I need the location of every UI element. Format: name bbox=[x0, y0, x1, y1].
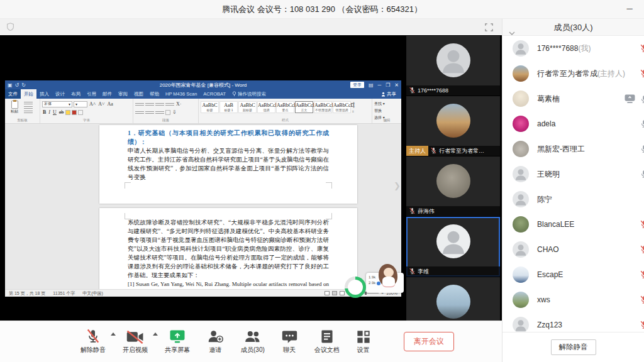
word-document-area[interactable]: 1．研究基础（与本项目相关的研究工作积累和已取得的研究工作成绩）： 申请人长期从… bbox=[5, 124, 396, 289]
mic-icon bbox=[640, 119, 644, 131]
mic-icon bbox=[640, 95, 644, 106]
style-item-7[interactable]: AaBbCcD不明显强调 bbox=[314, 101, 332, 113]
font-size-select[interactable]: ▾ bbox=[74, 101, 87, 107]
save-icon[interactable]: ▣ bbox=[8, 82, 13, 88]
word-tab-11[interactable]: HP M436 Scan bbox=[162, 89, 200, 99]
word-close-icon[interactable]: ✕ bbox=[394, 82, 399, 88]
strikethrough-button[interactable]: ab bbox=[58, 109, 65, 115]
style-item-4[interactable]: AaBbCcD强调 bbox=[257, 101, 275, 113]
style-item-1[interactable]: AaBbC标题 bbox=[201, 101, 219, 113]
screen-sharing-icon bbox=[625, 94, 635, 106]
style-item-2[interactable]: AaB标题 1 bbox=[219, 101, 238, 113]
panel-unmute-button[interactable]: 解除静音 bbox=[551, 339, 596, 355]
word-tab-6[interactable]: 引用 bbox=[84, 89, 99, 99]
word-share-button[interactable]: 共享 bbox=[376, 89, 401, 99]
member-row-2[interactable]: 行者常至为者常成(主持人) bbox=[502, 61, 644, 86]
caret-up-icon[interactable] bbox=[153, 332, 158, 336]
member-row-4[interactable]: adela bbox=[502, 111, 644, 136]
member-name: 葛素楠 bbox=[537, 94, 560, 104]
word-signin-button[interactable]: 登录 bbox=[350, 82, 364, 88]
members-panel-title: 成员(30人) bbox=[553, 23, 592, 32]
underline-button[interactable]: U bbox=[52, 109, 57, 115]
word-restore-icon[interactable]: ❐ bbox=[386, 82, 390, 88]
read-mode-icon[interactable] bbox=[325, 291, 330, 295]
word-tab-8[interactable]: 审阅 bbox=[115, 89, 131, 99]
minimize-icon[interactable]: ─ bbox=[623, 3, 636, 15]
member-row-9[interactable]: CHAO bbox=[502, 237, 644, 262]
grow-font-button[interactable]: A˄ bbox=[89, 101, 96, 107]
status-word-count[interactable]: 11351 个字 bbox=[53, 290, 75, 297]
borders-button[interactable] bbox=[78, 110, 83, 115]
word-tab-5[interactable]: 布局 bbox=[68, 89, 84, 99]
status-page-info[interactable]: 第 15 页，共 18 页 bbox=[9, 290, 45, 297]
highlight-color-button[interactable] bbox=[65, 110, 70, 115]
toolbar-invite-button[interactable]: 邀请 bbox=[207, 329, 224, 354]
chevron-right-icon[interactable]: ❯ bbox=[394, 181, 401, 190]
toolbar-screen-share-button[interactable]: 共享屏幕 bbox=[165, 329, 190, 354]
bold-button[interactable]: B bbox=[42, 109, 47, 115]
shrink-font-button[interactable]: A˅ bbox=[97, 101, 105, 107]
undo-icon[interactable]: ↺ bbox=[15, 82, 19, 88]
member-row-1[interactable]: 176****7688(我) bbox=[502, 36, 644, 61]
paragraph-row-2[interactable]: ⇩ bbox=[135, 108, 196, 116]
avatar bbox=[513, 116, 529, 132]
ribbon-options-icon[interactable]: ▤ bbox=[369, 82, 374, 88]
italic-button[interactable]: I bbox=[48, 109, 51, 115]
ribbon-group-paragraph: X· ⇩ 段落 bbox=[133, 99, 199, 123]
edit-item-2[interactable]: 替换 bbox=[374, 108, 399, 114]
edit-item-1[interactable]: 查找 ▾ bbox=[374, 101, 399, 107]
style-gallery-arrows[interactable]: ▲▼≡ bbox=[351, 100, 357, 113]
style-item-8[interactable]: AaBbCcD明显强调 bbox=[333, 101, 351, 113]
style-item-6[interactable]: AaBbCcD正文 bbox=[295, 101, 313, 113]
tell-me-search[interactable]: 操作说明搜索 bbox=[229, 89, 269, 99]
paste-button[interactable]: 粘贴 bbox=[7, 101, 22, 114]
word-tab-1[interactable]: 文件 bbox=[5, 89, 21, 99]
paragraph-row-1[interactable]: X· bbox=[135, 100, 196, 108]
toolbar-chat-button[interactable]: 聊天 bbox=[282, 329, 297, 354]
video-tile-3[interactable]: 薛海伟 bbox=[406, 156, 500, 216]
toolbar-members-button[interactable]: 成员(30) bbox=[241, 329, 265, 354]
member-row-10[interactable]: EscapE bbox=[502, 262, 644, 287]
toolbar-document-button[interactable]: 会议文档 bbox=[314, 329, 340, 354]
word-tab-9[interactable]: 视图 bbox=[131, 89, 147, 99]
font-color-button[interactable] bbox=[72, 110, 77, 115]
web-layout-icon[interactable] bbox=[340, 291, 345, 295]
member-row-5[interactable]: 黑新宏-西理工 bbox=[502, 136, 644, 162]
document-page-2[interactable]: 系统故障诊断及容错控制技术研究”、“大规模非平稳多元混沌时间序列分析与建模研究”… bbox=[99, 208, 357, 289]
video-tile-4[interactable]: 李维 bbox=[406, 217, 500, 277]
toolbar-cam-muted-button[interactable]: 开启视频 bbox=[123, 329, 148, 354]
leave-meeting-button[interactable]: 离开会议 bbox=[404, 332, 454, 351]
change-case-button[interactable]: Aa bbox=[107, 101, 114, 107]
host-badge: 主持人 bbox=[406, 146, 428, 156]
member-row-6[interactable]: 王晓明 bbox=[502, 162, 644, 187]
font-name-select[interactable]: 宋体▾ bbox=[42, 101, 72, 107]
settings-icon bbox=[357, 329, 370, 344]
word-tab-4[interactable]: 设计 bbox=[52, 89, 68, 99]
word-tab-12[interactable]: ACROBAT bbox=[200, 89, 229, 99]
word-tab-2[interactable]: 开始 bbox=[21, 89, 36, 99]
caret-up-icon[interactable] bbox=[111, 332, 116, 336]
member-row-11[interactable]: xws bbox=[502, 287, 644, 312]
style-item-5[interactable]: AaBbCcE要点 bbox=[276, 101, 294, 113]
word-tab-3[interactable]: 插入 bbox=[36, 89, 52, 99]
member-row-3[interactable]: 葛素楠 bbox=[502, 86, 644, 111]
member-row-12[interactable]: Zzq123 bbox=[502, 312, 644, 332]
screen-share-icon bbox=[169, 329, 186, 344]
shading-button[interactable] bbox=[165, 110, 170, 115]
print-layout-icon[interactable] bbox=[332, 291, 337, 295]
word-minimize-icon[interactable]: ─ bbox=[377, 82, 381, 88]
toolbar-settings-button[interactable]: 设置 bbox=[357, 329, 370, 354]
video-tile-1[interactable]: 176****7688 bbox=[406, 36, 500, 96]
fullscreen-icon[interactable] bbox=[485, 23, 493, 34]
member-row-7[interactable]: 陈宁 bbox=[502, 187, 644, 212]
video-tile-2[interactable]: 主持人 行者常至为者常… bbox=[406, 96, 500, 156]
word-tab-10[interactable]: 帮助 bbox=[147, 89, 162, 99]
redo-icon[interactable]: ↻ bbox=[21, 82, 26, 88]
clipboard-small-buttons[interactable] bbox=[24, 102, 33, 114]
style-item-3[interactable]: AaBbC副标题 bbox=[238, 101, 257, 113]
status-language[interactable]: 中文(中国) bbox=[82, 290, 103, 297]
document-page-1[interactable]: 1．研究基础（与本项目相关的研究工作积累和已取得的研究工作成绩）： 申请人长期从… bbox=[99, 125, 357, 204]
member-row-8[interactable]: BlancaLEE bbox=[502, 212, 644, 237]
word-tab-7[interactable]: 邮件 bbox=[99, 89, 115, 99]
toolbar-mic-muted-button[interactable]: 解除静音 bbox=[80, 329, 106, 354]
